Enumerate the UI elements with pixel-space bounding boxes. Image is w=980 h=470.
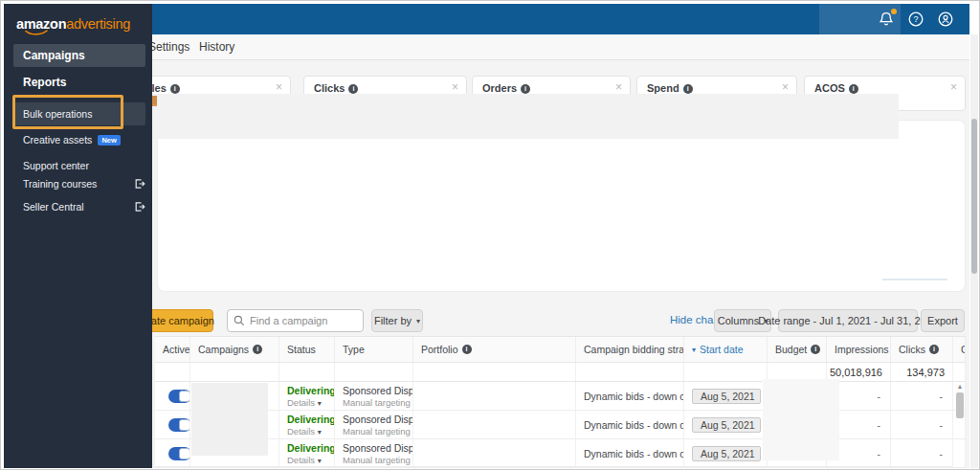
cell-type: Sponsored Display Manual targeting [335,411,413,438]
sidebar-item-campaigns[interactable]: Campaigns [13,44,145,67]
chevron-down-icon: ▾ [318,457,322,465]
cell-status: Delivering Details ▾ [279,411,335,438]
cell-active [155,382,190,410]
info-icon[interactable]: i [462,345,472,354]
sidebar-item-bulk-operations[interactable]: Bulk operations [13,102,145,125]
table-summary-row: 50,018,916 134,973 [155,363,966,382]
cell-portfolio [413,382,576,410]
chevron-down-icon: ▾ [318,428,322,436]
info-icon[interactable]: i [170,84,180,94]
filter-by-button[interactable]: Filter by▾ [371,309,423,332]
info-icon[interactable]: i [253,345,262,354]
toggle-knob [179,391,190,402]
sidebar-item-seller-central[interactable]: Seller Central [23,201,145,213]
info-icon[interactable]: i [929,345,939,354]
sidebar-item-training-courses[interactable]: Training courses [23,178,145,190]
start-date-field[interactable]: Aug 5, 2021 [692,389,761,404]
cell-status: Delivering Details ▾ [279,439,335,467]
table-column-header[interactable]: Type [335,337,413,362]
scroll-up-icon[interactable]: ▲ [955,383,965,391]
info-icon[interactable]: i [348,84,358,94]
campaigns-table: Active Campaigns i Status Type [155,336,966,468]
tab-history[interactable]: History [199,40,234,54]
details-dropdown[interactable]: Details ▾ [287,397,334,408]
sort-desc-icon: ▾ [692,346,696,354]
cell-bidding-strategy: Dynamic bids - down only [576,411,684,438]
start-date-field[interactable]: Aug 5, 2021 [692,446,761,461]
table-column-header[interactable]: ▾ Start date [684,337,768,362]
cell-bidding-strategy: Dynamic bids - down only [576,439,684,467]
summary-bidding [576,363,684,381]
cell-type: Sponsored Display Manual targeting [335,382,413,410]
export-button[interactable]: Export [921,309,965,332]
amazon-advertising-logo[interactable]: amazonadvertising [16,16,130,32]
cell-portfolio [413,411,576,438]
table-column-header[interactable]: Impressions i [827,337,891,362]
close-icon[interactable]: × [615,82,622,92]
page-scrollbar[interactable] [970,34,978,468]
campaign-search-box [227,309,364,332]
details-dropdown[interactable]: Details ▾ [287,455,334,465]
status-badge: Delivering [287,442,334,454]
info-icon[interactable]: i [521,84,530,94]
chevron-down-icon: ▾ [416,317,420,325]
cell-active [155,411,190,438]
table-column-header[interactable]: Campaign bidding strategy i [576,337,684,362]
active-toggle[interactable] [168,418,190,432]
table-body: Delivering Details ▾ Sponsored Display M… [155,382,966,468]
metric-card-label: ACOSi [814,82,858,94]
close-icon[interactable]: × [276,82,282,92]
info-icon[interactable]: i [849,84,858,94]
cell-clicks: - [891,411,953,438]
table-column-header[interactable]: Clicks i [891,337,953,362]
summary-campaigns [190,363,279,381]
help-icon[interactable]: ? [907,11,924,28]
close-icon[interactable]: × [782,82,789,92]
summary-clicks: 134,973 [891,363,953,381]
cell-portfolio [413,439,576,467]
table-header-row: Active Campaigns i Status Type [155,336,966,363]
sidebar-item-reports[interactable]: Reports [23,73,171,90]
notifications-bell-icon[interactable] [878,11,895,28]
metric-card-label: Ordersi [482,82,530,94]
external-link-icon [134,201,145,213]
close-icon[interactable]: × [452,82,458,92]
details-dropdown[interactable]: Details ▾ [287,426,334,436]
start-date-field[interactable]: Aug 5, 2021 [692,417,761,433]
date-range-button[interactable]: Date range - Jul 1, 2021 - Jul 31, 2021 [778,309,918,332]
table-column-header[interactable]: Active [155,337,190,362]
tab-settings[interactable]: Settings [148,40,189,54]
search-icon [234,315,245,326]
toggle-knob [179,419,190,431]
scrollbar-thumb[interactable] [956,392,964,418]
hide-chart-link[interactable]: Hide chart [670,314,720,325]
cell-bidding-strategy: Dynamic bids - down only [576,382,684,410]
metric-card-label: Spendi [647,82,693,94]
account-icon[interactable] [937,11,954,28]
svg-text:?: ? [913,14,918,24]
table-column-header[interactable]: CTR [953,337,966,362]
info-icon[interactable]: i [683,84,693,94]
summary-type [335,363,413,381]
scrollbar-thumb[interactable] [971,119,977,274]
sidebar-item-support-center[interactable]: Support center [23,156,171,173]
info-icon[interactable]: i [811,345,820,354]
table-column-header[interactable]: Budget i [768,337,827,362]
active-toggle[interactable] [168,390,190,403]
sidebar-item-creative-assets[interactable]: Creative assets New [23,134,171,145]
summary-active [155,363,190,381]
cell-start-date: Aug 5, 2021 [684,411,768,438]
close-icon[interactable]: × [950,82,957,92]
table-column-header[interactable]: Portfolio i [413,337,576,362]
active-toggle[interactable] [168,447,190,460]
cell-start-date: Aug 5, 2021 [684,382,768,410]
table-column-header[interactable]: Status [279,337,335,362]
new-badge: New [98,135,120,145]
metric-card-label: Clicksi [314,82,358,94]
status-badge: Delivering [287,385,334,396]
table-column-header[interactable]: Campaigns i [190,337,279,362]
chart-axis-line [882,279,947,280]
chevron-down-icon: ▾ [318,399,322,408]
search-input[interactable] [250,315,357,326]
table-scrollbar[interactable]: ▲ [955,383,965,465]
